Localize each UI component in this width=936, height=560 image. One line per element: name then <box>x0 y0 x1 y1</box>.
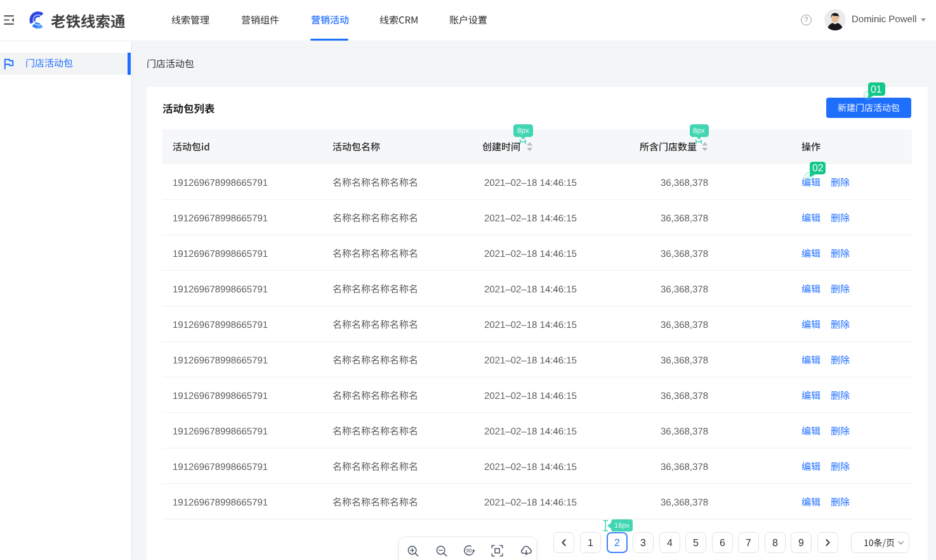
edit-link-text <box>801 247 821 260</box>
nav-item-3[interactable] <box>379 14 418 27</box>
table-row[interactable] <box>162 164 912 200</box>
activity-id-text <box>173 425 268 438</box>
edit-link[interactable] <box>801 485 821 519</box>
cell-activity-name <box>333 449 418 484</box>
pagination-page-2[interactable] <box>607 532 628 554</box>
edit-link[interactable] <box>801 413 821 448</box>
store-count-text <box>661 247 708 260</box>
cell-activity-id <box>173 200 268 235</box>
rotate-90-icon[interactable]: 90 <box>462 545 475 557</box>
delete-link[interactable] <box>831 271 850 306</box>
pagination-page-3[interactable] <box>633 532 654 554</box>
edit-link[interactable] <box>801 342 821 377</box>
sorter-icon[interactable] <box>702 142 708 152</box>
nav-item-1-label <box>241 14 279 27</box>
activity-name-text <box>333 212 418 225</box>
user-caret-icon[interactable] <box>921 18 926 24</box>
delete-link[interactable] <box>831 378 850 413</box>
table-row[interactable] <box>162 484 912 519</box>
pagination-prev-button[interactable] <box>553 532 574 554</box>
store-count-text <box>661 283 708 296</box>
delete-link[interactable] <box>831 236 850 271</box>
delete-link-text <box>831 425 850 438</box>
pagination-page-5[interactable] <box>685 532 706 554</box>
gap-tag <box>690 124 709 137</box>
delete-link[interactable] <box>831 165 850 200</box>
cell-store-count <box>622 236 708 271</box>
help-icon[interactable] <box>801 15 812 25</box>
created-time-text <box>484 389 577 402</box>
pagination-page-4[interactable] <box>659 532 680 554</box>
sidebar-item-store-activity-package[interactable] <box>0 53 131 75</box>
cloud-download-icon[interactable] <box>520 545 532 557</box>
number-badge <box>868 82 885 96</box>
nav-item-0[interactable] <box>171 14 209 27</box>
card-title-text <box>162 102 215 116</box>
nav-item-1[interactable] <box>241 14 279 27</box>
fit-view-icon[interactable] <box>491 545 503 557</box>
pagination-page-1[interactable] <box>580 532 601 554</box>
table-row[interactable] <box>162 271 912 306</box>
delete-link-text <box>831 176 850 189</box>
column-header-name <box>333 129 380 164</box>
table-row[interactable] <box>162 306 912 342</box>
created-time-text <box>484 354 577 367</box>
pagination-page-8[interactable] <box>765 532 786 554</box>
cell-activity-name <box>333 271 418 306</box>
table-row[interactable] <box>162 413 912 448</box>
table-row[interactable] <box>162 200 912 235</box>
column-header-name-text <box>333 141 380 153</box>
table-row[interactable] <box>162 235 912 271</box>
column-header-id <box>173 129 210 164</box>
store-count-text <box>661 354 708 367</box>
pagination-page-9[interactable] <box>791 532 812 554</box>
zoom-in-icon[interactable] <box>406 545 419 557</box>
nav-item-4[interactable] <box>449 14 487 27</box>
pagination-page-7[interactable] <box>738 532 759 554</box>
page-number-text <box>693 536 699 549</box>
store-count-text <box>661 425 708 438</box>
edit-link[interactable] <box>801 236 821 271</box>
cell-created-time <box>484 200 577 235</box>
activity-id-text <box>173 176 268 189</box>
edit-link[interactable] <box>801 307 821 342</box>
avatar[interactable] <box>824 9 846 30</box>
edit-link[interactable] <box>801 449 821 484</box>
edit-link[interactable] <box>801 200 821 235</box>
cell-activity-id <box>173 413 268 448</box>
flag-icon <box>1 56 16 71</box>
table-row[interactable] <box>162 448 912 484</box>
gap-tag-text <box>614 521 629 530</box>
pagination-next-button[interactable] <box>817 532 838 554</box>
nav-item-2-label <box>311 14 349 27</box>
page-number-text <box>614 536 620 549</box>
delete-link[interactable] <box>831 413 850 448</box>
nav-item-2[interactable] <box>311 14 349 27</box>
page-size-select[interactable] <box>851 532 909 554</box>
gap-tag-text <box>693 126 705 135</box>
delete-link[interactable] <box>831 200 850 235</box>
edit-link-text <box>801 212 821 225</box>
delete-link[interactable] <box>831 449 850 484</box>
help-question-text <box>804 15 808 25</box>
created-time-text <box>484 212 577 225</box>
activity-name-text <box>333 460 418 473</box>
user-name[interactable] <box>852 13 917 25</box>
nav-item-3-label <box>379 14 418 27</box>
zoom-out-icon[interactable] <box>435 545 447 557</box>
page-number-text <box>772 536 778 549</box>
table-row[interactable] <box>162 342 912 377</box>
delete-link[interactable] <box>831 485 850 519</box>
pagination-page-6[interactable] <box>712 532 733 554</box>
delete-link[interactable] <box>831 307 850 342</box>
sidebar-collapse-icon[interactable] <box>3 15 15 25</box>
sorter-icon[interactable] <box>527 142 533 152</box>
new-package-button[interactable] <box>826 98 911 118</box>
table-row[interactable] <box>162 377 912 413</box>
edit-link[interactable] <box>801 378 821 413</box>
edit-link[interactable] <box>801 271 821 306</box>
store-count-text <box>661 212 708 225</box>
cell-activity-name <box>333 485 418 519</box>
delete-link[interactable] <box>831 342 850 377</box>
nav-item-4-label <box>449 14 487 27</box>
